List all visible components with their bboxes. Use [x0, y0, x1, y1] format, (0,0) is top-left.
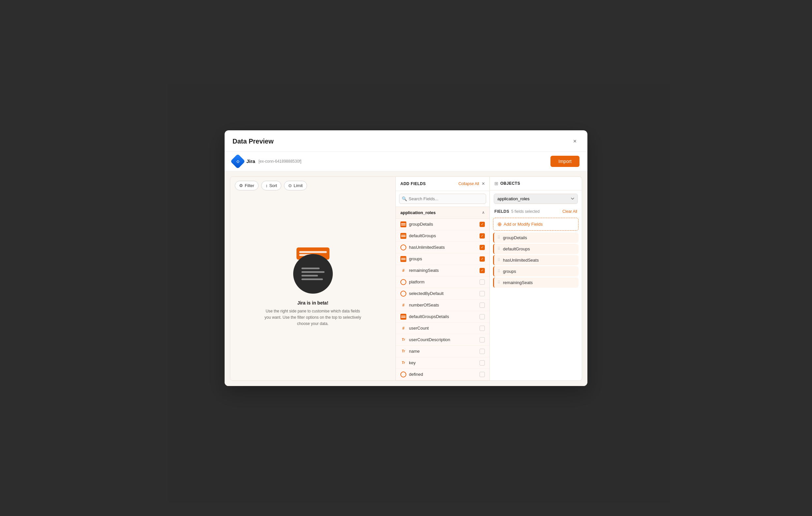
- filter-button[interactable]: ⚙ Filter: [235, 181, 259, 190]
- drag-handle[interactable]: ⠿: [497, 269, 500, 274]
- filter-icon: ⚙: [239, 183, 243, 188]
- preview-content: Jira is in beta! Use the right side pane…: [230, 194, 396, 380]
- fields-section-header[interactable]: application_roles ∧: [396, 207, 489, 219]
- clear-all-button[interactable]: Clear All: [562, 209, 577, 214]
- list-item[interactable]: defined: [396, 369, 489, 380]
- field-name: groups: [409, 256, 477, 261]
- fields-label: FIELDS: [494, 209, 509, 214]
- field-type-icon: #: [400, 325, 406, 331]
- field-checkbox[interactable]: [480, 314, 485, 319]
- search-input[interactable]: [399, 194, 486, 204]
- field-checkbox[interactable]: ✓: [480, 245, 485, 250]
- field-name: key: [409, 360, 477, 365]
- field-type-icon: [400, 233, 406, 239]
- objects-select[interactable]: application_roles: [494, 194, 578, 204]
- plus-icon: ⊕: [497, 221, 502, 227]
- list-item[interactable]: Tr name: [396, 346, 489, 357]
- field-type-icon: [400, 291, 406, 296]
- field-checkbox[interactable]: [480, 360, 485, 366]
- objects-header: ⊞ OBJECTS: [490, 177, 582, 190]
- section-title: application_roles: [400, 210, 436, 215]
- modal-title: Data Preview: [233, 138, 274, 145]
- list-item[interactable]: # remainingSeats ✓: [396, 265, 489, 277]
- field-type-icon: [400, 245, 406, 250]
- drag-handle[interactable]: ⠿: [497, 247, 500, 251]
- list-item: ⠿ remainingSeats: [493, 278, 579, 288]
- field-name: name: [409, 349, 477, 354]
- list-item[interactable]: selectedByDefault: [396, 288, 489, 299]
- selected-field-name: groupDetails: [503, 235, 575, 240]
- preview-illustration: [290, 248, 336, 294]
- field-checkbox[interactable]: ✓: [480, 233, 485, 238]
- list-item[interactable]: groupDetails ✓: [396, 219, 489, 230]
- close-button[interactable]: ×: [570, 137, 579, 146]
- fields-list: groupDetails ✓ defaultGroups ✓ hasUnlimi…: [396, 219, 489, 380]
- field-type-icon: Tr: [400, 360, 406, 366]
- add-fields-title: ADD FIELDS: [400, 181, 426, 186]
- modal-header: Data Preview ×: [225, 130, 587, 152]
- field-type-icon: Tr: [400, 337, 406, 343]
- drag-handle[interactable]: ⠿: [497, 258, 500, 262]
- list-item[interactable]: groups ✓: [396, 253, 489, 265]
- list-item[interactable]: # userCount: [396, 323, 489, 334]
- field-type-icon: [400, 221, 406, 227]
- field-name: hasUnlimitedSeats: [409, 245, 477, 250]
- list-item[interactable]: defaultGroupsDetails: [396, 311, 489, 323]
- drag-handle[interactable]: ⠿: [497, 235, 500, 240]
- limit-button[interactable]: ⊙ Limit: [284, 181, 307, 190]
- field-checkbox[interactable]: [480, 326, 485, 331]
- import-button[interactable]: Import: [550, 156, 579, 167]
- field-name: defaultGroupsDetails: [409, 314, 477, 319]
- left-panel: ⚙ Filter ↕ Sort ⊙ Limit: [230, 176, 396, 381]
- field-checkbox[interactable]: ✓: [480, 268, 485, 273]
- selected-field-name: defaultGroups: [503, 247, 575, 251]
- preview-title: Jira is in beta!: [297, 300, 328, 306]
- selected-field-name: groups: [503, 269, 575, 274]
- preview-description: Use the right side pane to customise whi…: [263, 308, 362, 327]
- field-type-icon: [400, 372, 406, 377]
- connector-id: [ex-conn-64189888530f]: [259, 159, 301, 164]
- selected-fields-list: ⊕ Add or Modify Fields ⠿ groupDetails ⠿ …: [490, 217, 582, 380]
- field-name: numberOfSeats: [409, 303, 477, 308]
- drag-handle[interactable]: ⠿: [497, 280, 500, 285]
- search-box: 🔍: [396, 191, 489, 207]
- search-icon: 🔍: [402, 196, 407, 201]
- field-name: defined: [409, 372, 477, 377]
- list-item: ⠿ defaultGroups: [493, 244, 579, 254]
- modal-overlay[interactable]: Data Preview × ◇ Jira [ex-conn-641898885…: [0, 0, 812, 516]
- add-fields-header: ADD FIELDS Collapse All ×: [396, 177, 489, 191]
- field-type-icon: #: [400, 267, 406, 274]
- field-name: groupDetails: [409, 222, 477, 227]
- field-checkbox[interactable]: [480, 337, 485, 342]
- field-checkbox[interactable]: [480, 303, 485, 308]
- field-checkbox[interactable]: [480, 372, 485, 377]
- connector-name: Jira: [246, 159, 255, 164]
- sort-button[interactable]: ↕ Sort: [261, 181, 281, 190]
- field-checkbox[interactable]: [480, 291, 485, 296]
- field-checkbox[interactable]: ✓: [480, 222, 485, 227]
- add-fields-panel: ADD FIELDS Collapse All × 🔍 application_…: [396, 176, 490, 381]
- field-name: remainingSeats: [409, 268, 477, 273]
- close-add-fields-button[interactable]: ×: [482, 181, 485, 187]
- list-item: ⠿ hasUnlimitedSeats: [493, 255, 579, 265]
- list-item[interactable]: defaultGroups ✓: [396, 230, 489, 242]
- field-checkbox[interactable]: ✓: [480, 256, 485, 262]
- list-item[interactable]: Tr userCountDescription: [396, 334, 489, 346]
- list-item: ⠿ groupDetails: [493, 233, 579, 243]
- list-item[interactable]: # numberOfSeats: [396, 299, 489, 311]
- field-type-icon: [400, 279, 406, 285]
- field-name: userCountDescription: [409, 337, 477, 342]
- field-type-icon: [400, 256, 406, 262]
- selected-field-name: hasUnlimitedSeats: [503, 258, 575, 263]
- sort-icon: ↕: [265, 183, 268, 188]
- list-item[interactable]: Tr key: [396, 357, 489, 369]
- field-type-icon: [400, 314, 406, 320]
- field-checkbox[interactable]: [480, 349, 485, 354]
- add-modify-button[interactable]: ⊕ Add or Modify Fields: [493, 218, 579, 231]
- limit-icon: ⊙: [288, 183, 292, 188]
- list-item[interactable]: hasUnlimitedSeats ✓: [396, 242, 489, 253]
- field-checkbox[interactable]: [480, 280, 485, 285]
- list-item[interactable]: platform: [396, 277, 489, 288]
- selected-field-name: remainingSeats: [503, 280, 575, 285]
- collapse-all-button[interactable]: Collapse All: [459, 181, 479, 186]
